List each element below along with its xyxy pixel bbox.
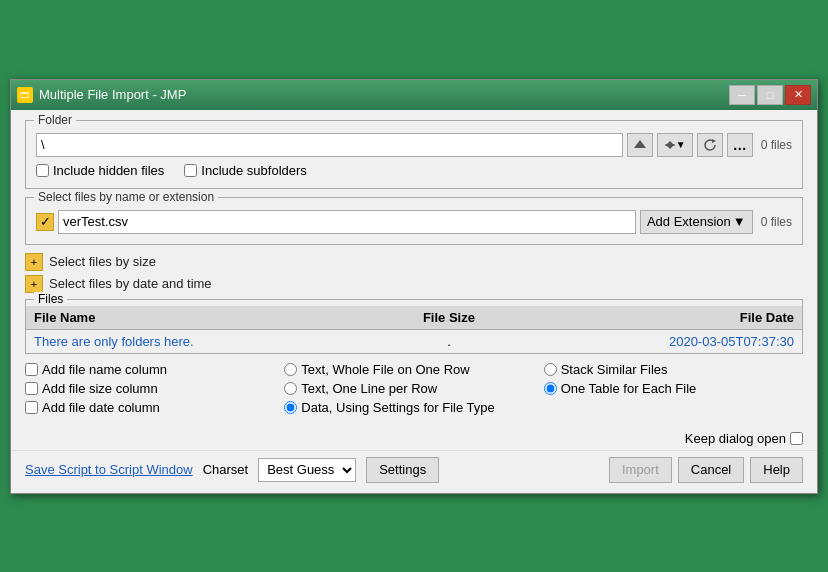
folder-refresh-button[interactable]: [697, 133, 723, 157]
close-button[interactable]: ✕: [785, 85, 811, 105]
include-hidden-text: Include hidden files: [53, 163, 164, 178]
table-row: There are only folders here. . 2020-03-0…: [26, 329, 802, 353]
date-filter-label: Select files by date and time: [49, 276, 212, 291]
size-expand-icon[interactable]: +: [25, 253, 43, 271]
table-header-row: File Name File Size File Date: [26, 306, 802, 330]
file-name-cell: There are only folders here.: [26, 329, 380, 353]
date-expand-icon[interactable]: +: [25, 275, 43, 293]
window-title: Multiple File Import - JMP: [39, 87, 186, 102]
help-button[interactable]: Help: [750, 457, 803, 483]
files-legend: Files: [34, 292, 67, 306]
add-size-label[interactable]: Add file size column: [25, 381, 284, 396]
folder-controls: ▼ …: [36, 133, 753, 157]
import-button[interactable]: Import: [609, 457, 672, 483]
file-name-value[interactable]: There are only folders here.: [34, 334, 194, 349]
include-subfolders-label[interactable]: Include subfolders: [184, 163, 307, 178]
file-date-cell: 2020-03-05T07:37:30: [518, 329, 802, 353]
keep-dialog-label: Keep dialog open: [685, 431, 786, 446]
size-filter-row: + Select files by size: [25, 253, 803, 271]
charset-select[interactable]: Best Guess UTF-8 UTF-16 ASCII Latin-1: [258, 458, 356, 482]
extension-legend: Select files by name or extension: [34, 190, 218, 204]
folder-legend: Folder: [34, 113, 76, 127]
filter-rows: + Select files by size + Select files by…: [25, 253, 803, 293]
cancel-button[interactable]: Cancel: [678, 457, 744, 483]
extension-input[interactable]: [58, 210, 636, 234]
add-extension-button[interactable]: Add Extension ▼: [640, 210, 753, 234]
title-buttons: ─ □ ✕: [729, 85, 811, 105]
files-table: File Name File Size File Date There are …: [26, 306, 802, 353]
extension-row: ✓ Add Extension ▼ 0 files: [36, 210, 792, 234]
data-settings-text: Data, Using Settings for File Type: [301, 400, 494, 415]
folder-input[interactable]: [36, 133, 623, 157]
settings-button[interactable]: Settings: [366, 457, 439, 483]
extension-file-count: 0 files: [761, 215, 792, 229]
keep-dialog-row: Keep dialog open: [11, 431, 817, 450]
add-date-label[interactable]: Add file date column: [25, 400, 284, 415]
bottom-right: Import Cancel Help: [609, 457, 803, 483]
col-file-size: File Size: [380, 306, 517, 330]
extension-section: Select files by name or extension ✓ Add …: [25, 197, 803, 245]
stack-similar-radio[interactable]: [544, 363, 557, 376]
add-extension-arrow: ▼: [733, 214, 746, 229]
add-size-checkbox[interactable]: [25, 382, 38, 395]
data-settings-label[interactable]: Data, Using Settings for File Type: [284, 400, 543, 415]
add-date-checkbox[interactable]: [25, 401, 38, 414]
title-bar: 🗃 Multiple File Import - JMP ─ □ ✕: [11, 80, 817, 110]
file-date-value[interactable]: 2020-03-05T07:37:30: [669, 334, 794, 349]
options-section: Add file name column Add file size colum…: [25, 362, 803, 415]
file-size-cell: .: [380, 329, 517, 353]
folder-file-count: 0 files: [761, 138, 792, 152]
add-name-checkbox[interactable]: [25, 363, 38, 376]
folder-input-row: ▼ … 0 files: [36, 133, 792, 157]
col-file-name: File Name: [26, 306, 380, 330]
date-filter-row: + Select files by date and time: [25, 275, 803, 293]
one-table-label[interactable]: One Table for Each File: [544, 381, 803, 396]
title-bar-left: 🗃 Multiple File Import - JMP: [17, 87, 186, 103]
main-window: 🗃 Multiple File Import - JMP ─ □ ✕ Folde…: [10, 79, 818, 494]
size-filter-label: Select files by size: [49, 254, 156, 269]
folder-up-button[interactable]: [627, 133, 653, 157]
options-col-3: Stack Similar Files One Table for Each F…: [544, 362, 803, 415]
svg-marker-2: [665, 144, 675, 149]
stack-similar-text: Stack Similar Files: [561, 362, 668, 377]
files-section: Files File Name File Size File Date Ther…: [25, 299, 803, 354]
text-whole-radio[interactable]: [284, 363, 297, 376]
keep-dialog-checkbox[interactable]: [790, 432, 803, 445]
svg-marker-3: [712, 139, 716, 143]
options-col-2: Text, Whole File on One Row Text, One Li…: [284, 362, 543, 415]
data-settings-radio[interactable]: [284, 401, 297, 414]
folder-section: Folder ▼: [25, 120, 803, 189]
include-hidden-label[interactable]: Include hidden files: [36, 163, 164, 178]
restore-button[interactable]: □: [757, 85, 783, 105]
minimize-button[interactable]: ─: [729, 85, 755, 105]
folder-more-button[interactable]: …: [727, 133, 753, 157]
include-hidden-checkbox[interactable]: [36, 164, 49, 177]
stack-similar-label[interactable]: Stack Similar Files: [544, 362, 803, 377]
folder-nav-button[interactable]: ▼: [657, 133, 693, 157]
extension-check[interactable]: ✓: [36, 213, 54, 231]
one-table-text: One Table for Each File: [561, 381, 697, 396]
text-line-radio[interactable]: [284, 382, 297, 395]
one-table-radio[interactable]: [544, 382, 557, 395]
svg-marker-0: [634, 140, 646, 148]
text-line-label[interactable]: Text, One Line per Row: [284, 381, 543, 396]
options-col-1: Add file name column Add file size colum…: [25, 362, 284, 415]
text-line-text: Text, One Line per Row: [301, 381, 437, 396]
text-whole-label[interactable]: Text, Whole File on One Row: [284, 362, 543, 377]
include-subfolders-text: Include subfolders: [201, 163, 307, 178]
include-subfolders-checkbox[interactable]: [184, 164, 197, 177]
add-name-text: Add file name column: [42, 362, 167, 377]
bottom-bar: Save Script to Script Window Charset Bes…: [11, 450, 817, 493]
save-script-link[interactable]: Save Script to Script Window: [25, 462, 193, 477]
add-name-label[interactable]: Add file name column: [25, 362, 284, 377]
app-icon: 🗃: [17, 87, 33, 103]
main-content: Folder ▼: [11, 110, 817, 431]
add-extension-label: Add Extension: [647, 214, 731, 229]
bottom-left: Save Script to Script Window Charset Bes…: [25, 457, 439, 483]
charset-label: Charset: [203, 462, 249, 477]
add-size-text: Add file size column: [42, 381, 158, 396]
col-file-date: File Date: [518, 306, 802, 330]
text-whole-text: Text, Whole File on One Row: [301, 362, 469, 377]
add-date-text: Add file date column: [42, 400, 160, 415]
folder-checkboxes: Include hidden files Include subfolders: [36, 163, 792, 178]
